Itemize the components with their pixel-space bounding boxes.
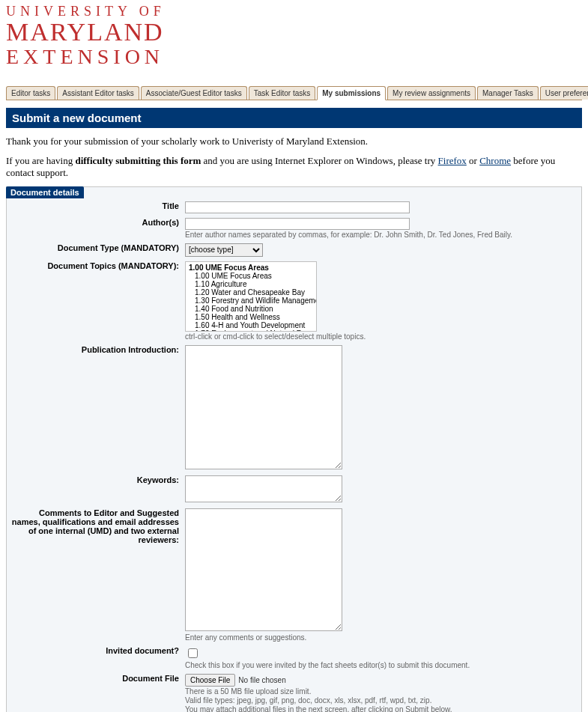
keywords-textarea[interactable] [185,475,342,502]
trouble-text: If you are having difficulty submitting … [6,155,582,179]
topics-multiselect[interactable]: 1.00 UME Focus Areas1.00 UME Focus Areas… [185,261,317,332]
topic-option[interactable]: 1.00 UME Focus Areas [189,272,313,280]
invited-help: Check this box if you were invited by th… [185,661,470,669]
firefox-link[interactable]: Firefox [438,155,467,166]
tab-task-editor-tasks[interactable]: Task Editor tasks [249,86,316,100]
title-input[interactable] [185,201,410,213]
tab-strip: Editor tasksAssistant Editor tasksAssoci… [6,85,582,100]
authors-help: Enter author names separated by commas, … [185,231,512,239]
file-help2: Valid file types: jpeg, jpg, gif, png, d… [185,696,431,705]
topic-option[interactable]: 1.20 Water and Chesapeake Bay [189,288,313,296]
comments-help: Enter any comments or suggestions. [185,633,306,642]
label-authors: Author(s) [7,216,182,240]
tab-associate-guest-editor-tasks[interactable]: Associate/Guest Editor tasks [141,86,247,100]
tab-user-preferences[interactable]: User preferences [540,86,588,100]
topic-option[interactable]: 1.40 Food and Nutrition [189,305,313,313]
label-doctype: Document Type (MANDATORY) [7,242,182,258]
label-docfile: Document File [7,672,182,712]
logo-line1: UNIVERSITY OF [6,4,582,19]
topic-option[interactable]: 1.60 4-H and Youth Development [189,321,313,329]
tab-assistant-editor-tasks[interactable]: Assistant Editor tasks [57,86,139,100]
logo-line2: MARYLAND [6,19,582,46]
invited-checkbox[interactable] [188,648,198,658]
intro-text: Thank you for your submission of your sc… [6,136,582,147]
tab-my-submissions[interactable]: My submissions [317,86,386,100]
pubintro-textarea[interactable] [185,345,342,469]
authors-input[interactable] [185,218,410,230]
label-title: Title [7,200,182,215]
brand-logo: UNIVERSITY OF MARYLAND EXTENSION [6,4,582,67]
label-topics: Document Topics (MANDATORY): [7,260,182,342]
topic-option[interactable]: 1.70 Environment and Natural Resources [189,329,313,332]
page-title: Submit a new document [6,108,582,128]
panel-legend: Document details [6,186,84,198]
logo-line3: EXTENSION [6,46,582,67]
tab-manager-tasks[interactable]: Manager Tasks [477,86,539,100]
tab-editor-tasks[interactable]: Editor tasks [6,86,55,100]
label-keywords: Keywords: [7,474,182,505]
tab-my-review-assignments[interactable]: My review assignments [387,86,476,100]
label-pubintro: Publication Introduction: [7,344,182,472]
label-invited: Invited document? [7,645,182,671]
file-help3: You may attach additional files in the n… [185,705,452,712]
doctype-select[interactable]: [choose type] [185,243,263,257]
topic-option[interactable]: 1.50 Health and Wellness [189,313,313,321]
topic-option[interactable]: 1.30 Forestry and Wildlife Management [189,296,313,305]
label-comments: Comments to Editor and Suggested names, … [7,507,182,643]
choose-file-button[interactable]: Choose File [185,674,235,687]
topic-option[interactable]: 1.00 UME Focus Areas [189,264,313,272]
file-status: No file chosen [238,676,285,684]
file-help1: There is a 50 MB file upload size limit. [185,687,311,696]
topics-help: ctrl-click or cmd-click to select/desele… [185,332,366,341]
comments-textarea[interactable] [185,508,342,631]
chrome-link[interactable]: Chrome [479,155,511,166]
document-details-panel: Document details Title Author(s) Enter a… [6,186,582,712]
topic-option[interactable]: 1.10 Agriculture [189,280,313,288]
